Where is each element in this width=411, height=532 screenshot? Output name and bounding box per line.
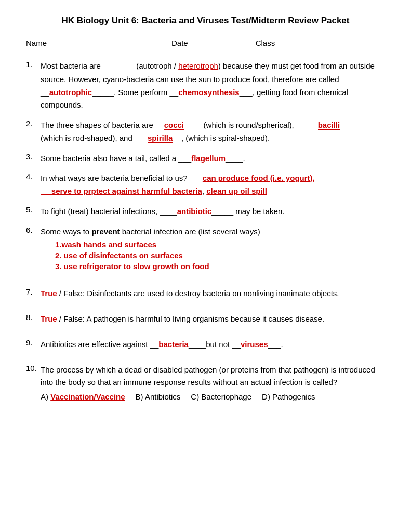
q10-choice-a: A) Vaccination/Vaccine [41,392,125,401]
q9-number: 9. [26,338,41,347]
q5-number: 5. [26,205,41,214]
question-4: 4. In what ways are bacteria beneficial … [26,172,385,198]
q10-number: 10. [26,364,41,373]
q6-item1: 1.wash hands and surfaces [55,240,385,249]
q6-item2: 2. use of disinfectants on surfaces [55,251,385,260]
question-8: 8. True / False: A pathogen is harmful t… [26,313,385,326]
q3-number: 3. [26,152,41,161]
question-6: 6. Some ways to prevent bacterial infect… [26,225,385,271]
q1-autotrophic: autotrophic [49,88,92,97]
q4-answer1: can produce food (i.e. yogurt), serve to… [41,174,315,195]
q10-choice-c: C) Bacteriophage [191,392,251,401]
q8-text: True / False: A pathogen is harmful to l… [41,313,385,326]
q2-text: The three shapes of bacteria are __cocci… [41,119,385,145]
q6-number: 6. [26,225,41,234]
q6-prevent: prevent [91,227,120,236]
question-10: 10. The process by which a dead or disab… [26,364,385,402]
q5-text: To fight (treat) bacterial infections, _… [41,205,385,218]
q1-number: 1. [26,60,41,69]
q2-number: 2. [26,119,41,128]
name-label: Name [26,38,161,47]
q2-bacilli: bacilli [318,121,340,130]
q1-text: Most bacteria are (autotroph / heterotro… [41,60,385,112]
class-label: Class [256,38,309,47]
q10-choice-b: B) Antibiotics [136,392,181,401]
header-line: Name Date Class [26,38,385,47]
q8-true: True [41,314,57,323]
q10-text: The process by which a dead or disabled … [41,364,385,390]
question-1: 1. Most bacteria are (autotroph / hetero… [26,60,385,112]
q2-spirilla: spirilla [148,134,173,143]
q8-number: 8. [26,313,41,322]
q10-choice-d: D) Pathogenics [262,392,315,401]
q7-number: 7. [26,287,41,296]
page-title: HK Biology Unit 6: Bacteria and Viruses … [26,16,385,26]
q1-blank1 [103,60,134,73]
q7-text: True / False: Disinfectants are used to … [41,287,385,300]
q6-list: 1.wash hands and surfaces 2. use of disi… [41,240,385,271]
question-2: 2. The three shapes of bacteria are __co… [26,119,385,145]
q9-bacteria: bacteria [158,340,189,349]
q1-heterotroph: heterotroph [178,61,218,70]
q4-number: 4. [26,172,41,181]
q3-flagellum: flagellum [191,154,226,163]
q6-item3: 3. use refrigerator to slow growth on fo… [55,262,385,271]
q9-viruses: viruses [241,340,268,349]
question-9: 9. Antibiotics are effective against __b… [26,338,385,351]
q10-choices: A) Vaccination/Vaccine B) Antibiotics C)… [41,392,385,401]
q5-antibiotic: antibiotic [177,207,212,216]
q9-text: Antibiotics are effective against __bact… [41,338,385,351]
q6-text: Some ways to prevent bacterial infection… [41,225,385,238]
q4-answer2: clean up oil spill [206,187,267,195]
question-3: 3. Some bacteria also have a tail, calle… [26,152,385,165]
q1-chemosynthesis: chemosynthesis [178,88,240,97]
question-7: 7. True / False: Disinfectants are used … [26,287,385,300]
q7-true: True [41,289,57,298]
q3-text: Some bacteria also have a tail, called a… [41,152,385,165]
q4-text: In what ways are bacteria beneficial to … [41,172,385,198]
date-label: Date [171,38,245,47]
q2-cocci: cocci [164,121,184,130]
question-5: 5. To fight (treat) bacterial infections… [26,205,385,218]
questions-container: 1. Most bacteria are (autotroph / hetero… [26,60,385,401]
